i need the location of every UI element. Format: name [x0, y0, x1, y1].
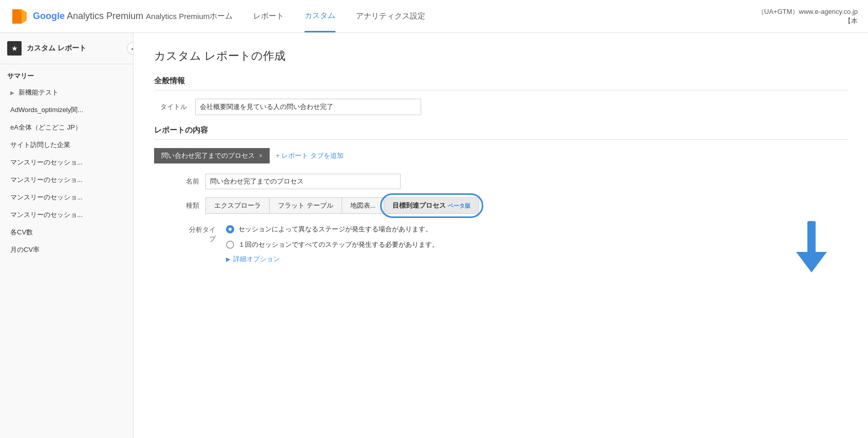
name-input[interactable]: [205, 174, 401, 189]
title-row: タイトル: [154, 99, 847, 115]
radio-option-session-vary: セッションによって異なるステージが発生する場合があります。: [226, 224, 439, 234]
title-field-label: タイトル: [154, 102, 195, 112]
nav-custom[interactable]: カスタム: [305, 1, 335, 32]
beta-label: ベータ版: [448, 203, 470, 209]
sidebar-item-adwords[interactable]: AdWords_optimizely関...: [0, 101, 133, 119]
svg-marker-2: [22, 9, 27, 24]
radio-dot-selected[interactable]: [226, 225, 234, 233]
type-btn-map[interactable]: 地図表...: [342, 198, 384, 213]
analysis-type-label: 分析タイプ: [185, 224, 216, 244]
sidebar-item-monthly1[interactable]: マンスリーのセッショ...: [0, 154, 133, 171]
ga-logo-icon: [10, 7, 29, 26]
main-nav: ホーム レポート カスタム アナリティクス設定: [210, 1, 758, 32]
type-field-label: 種類: [185, 201, 205, 210]
sidebar-item-monthly4[interactable]: マンスリーのセッショ...: [0, 206, 133, 224]
sidebar: ★ カスタム レポート ◀ サマリー ▶ 新機能テスト AdWords_opti…: [0, 33, 134, 438]
sidebar-item-ea[interactable]: eA全体（どこどこ JP）: [0, 119, 133, 136]
tab-label: 問い合わせ完了までのプロセス: [161, 151, 255, 160]
detail-option-link[interactable]: 詳細オプション: [233, 254, 280, 264]
sidebar-header: ★ カスタム レポート: [0, 33, 133, 64]
report-tab-tag[interactable]: 問い合わせ完了までのプロセス ×: [154, 148, 270, 163]
header-account-info: （UA+GTM）www.e-agency.co.jp 【本: [758, 7, 858, 26]
logo-google: Google: [33, 11, 65, 21]
radio-dot-inner: [229, 228, 232, 231]
type-btn-explorer[interactable]: エクスプローラ: [206, 198, 270, 213]
title-input[interactable]: [195, 99, 421, 115]
triangle-icon: ▶: [10, 90, 14, 96]
sidebar-item-monthly2[interactable]: マンスリーのセッショ...: [0, 171, 133, 189]
nav-home[interactable]: ホーム: [210, 1, 233, 31]
goal-btn-wrapper: 目標到達プロセスベータ版: [384, 197, 479, 214]
main-content: カスタム レポートの作成 全般情報 タイトル レポートの内容 問い合わせ完了まで…: [134, 33, 868, 438]
app-layout: ★ カスタム レポート ◀ サマリー ▶ 新機能テスト AdWords_opti…: [0, 33, 868, 438]
header: Google Analytics Premium Analytics Premi…: [0, 0, 868, 33]
radio-option-all-steps: １回のセッションですべてのステップが発生する必要があります。: [226, 240, 439, 250]
sidebar-title: カスタム レポート: [27, 44, 86, 53]
svg-marker-1: [12, 9, 22, 24]
radio-empty[interactable]: [226, 241, 234, 249]
radio-text-all-steps: １回のセッションですべてのステップが発生する必要があります。: [238, 240, 439, 250]
sidebar-section-label: サマリー: [0, 64, 133, 84]
detail-option: ▶ 詳細オプション: [226, 254, 439, 264]
report-content-section: レポートの内容 問い合わせ完了までのプロセス × + レポート タブを追加 名前…: [154, 125, 847, 264]
detail-triangle-icon: ▶: [226, 256, 230, 263]
analysis-options: セッションによって異なるステージが発生する場合があります。 １回のセッションです…: [226, 224, 439, 264]
type-buttons-group: エクスプローラ フラット テーブル 地図表...: [205, 197, 384, 214]
logo-text: Google Analytics Premium Analytics Premi…: [33, 11, 210, 22]
tab-close-button[interactable]: ×: [259, 152, 262, 159]
page-title: カスタム レポートの作成: [154, 48, 847, 64]
general-info-section-label: 全般情報: [154, 76, 847, 90]
sidebar-item-cv-count[interactable]: 各CV数: [0, 224, 133, 241]
radio-text-session-vary: セッションによって異なるステージが発生する場合があります。: [238, 224, 432, 234]
nav-analytics-settings[interactable]: アナリティクス設定: [356, 1, 425, 31]
type-btn-goal[interactable]: 目標到達プロセスベータ版: [384, 197, 479, 214]
name-row: 名前: [154, 174, 847, 189]
sidebar-item-shinki[interactable]: ▶ 新機能テスト: [0, 84, 133, 101]
sidebar-item-monthly3[interactable]: マンスリーのセッショ...: [0, 189, 133, 206]
type-row: 種類 エクスプローラ フラット テーブル 地図表... 目標到達プロセスベータ版: [154, 197, 847, 214]
sidebar-star-icon: ★: [7, 41, 22, 56]
report-content-section-label: レポートの内容: [154, 125, 847, 140]
analysis-type-section: 分析タイプ セッションによって異なるステージが発生する場合があります。 １回のセ…: [154, 224, 847, 264]
type-btn-flat-table[interactable]: フラット テーブル: [270, 198, 342, 213]
sidebar-item-site[interactable]: サイト訪問した企業: [0, 136, 133, 154]
tab-area: 問い合わせ完了までのプロセス × + レポート タブを追加: [154, 148, 847, 163]
sidebar-item-cv-rate[interactable]: 月のCV率: [0, 241, 133, 259]
name-field-label: 名前: [185, 177, 205, 186]
add-tab-button[interactable]: + レポート タブを追加: [276, 151, 344, 160]
logo-area: Google Analytics Premium Analytics Premi…: [10, 7, 210, 26]
nav-report[interactable]: レポート: [253, 1, 284, 31]
logo-analytics: Analytics Premium: [67, 11, 143, 21]
